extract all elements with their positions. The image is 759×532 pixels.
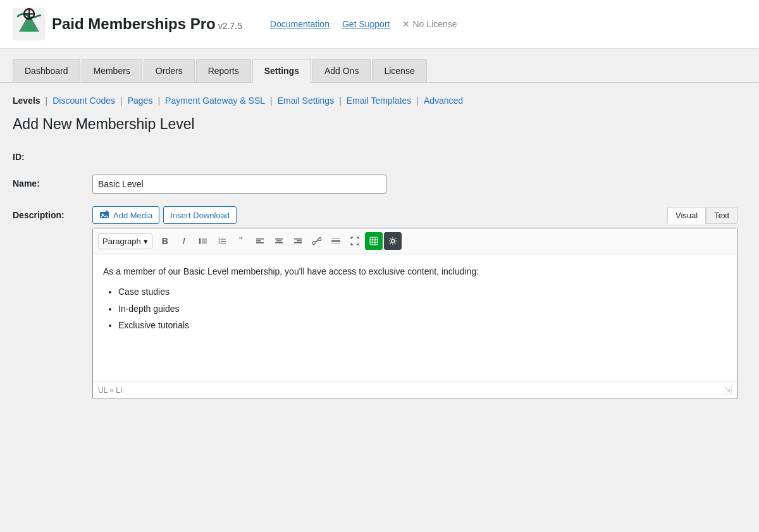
description-label: Description:	[13, 206, 82, 220]
svg-rect-16	[256, 238, 264, 240]
svg-line-25	[316, 240, 318, 242]
align-right-button[interactable]	[289, 232, 307, 250]
media-icon	[99, 210, 109, 220]
insert-download-button[interactable]: Insert Download	[163, 206, 237, 224]
svg-rect-15	[221, 244, 226, 244]
subnav-advanced[interactable]: Advanced	[424, 96, 463, 106]
view-tabs: Visual Text	[667, 207, 737, 224]
svg-point-6	[199, 240, 201, 242]
app-name: Paid Memberships Pro	[52, 15, 216, 32]
align-left-button[interactable]	[251, 232, 269, 250]
paragraph-select[interactable]: Paragraph ▾	[98, 233, 152, 249]
view-text-tab[interactable]: Text	[706, 207, 737, 224]
list-ol-icon: 1. 2. 3.	[218, 237, 226, 245]
add-media-button[interactable]: Add Media	[92, 206, 159, 224]
svg-rect-17	[256, 240, 261, 242]
description-row: Description: Add Media Inser	[13, 206, 746, 399]
svg-point-34	[391, 240, 394, 243]
tab-members[interactable]: Members	[82, 59, 142, 82]
nav-tabs: Dashboard Members Orders Reports Setting…	[0, 49, 759, 83]
table-icon	[369, 237, 378, 245]
list-item-2: In-depth guides	[118, 302, 727, 316]
app-version: v2.7.5	[218, 21, 242, 31]
tab-reports[interactable]: Reports	[196, 59, 251, 82]
support-link[interactable]: Get Support	[342, 19, 390, 29]
name-field-wrapper	[92, 175, 386, 194]
svg-rect-11	[221, 239, 226, 240]
bold-button[interactable]: B	[156, 232, 174, 250]
documentation-link[interactable]: Documentation	[270, 19, 330, 29]
italic-button[interactable]: I	[175, 232, 193, 250]
subnav-email-settings[interactable]: Email Settings	[278, 96, 334, 106]
list-item-3: Exclusive tutorials	[118, 318, 727, 332]
tab-orders[interactable]: Orders	[144, 59, 195, 82]
horizontal-rule-button[interactable]	[327, 232, 345, 250]
insert-download-label: Insert Download	[170, 211, 230, 220]
logo-text-area: Paid Memberships Pro v2.7.5	[52, 15, 242, 33]
page-title: Add New Membership Level	[13, 116, 746, 133]
settings-button[interactable]	[384, 232, 402, 250]
svg-rect-9	[202, 243, 207, 244]
tab-dashboard[interactable]: Dashboard	[13, 59, 80, 82]
view-visual-tab[interactable]: Visual	[667, 207, 706, 224]
logo-area: Paid Memberships Pro v2.7.5	[13, 8, 242, 40]
svg-rect-28	[331, 244, 340, 244]
svg-point-8	[199, 242, 201, 244]
align-center-icon	[275, 237, 283, 245]
align-left-icon	[256, 237, 264, 245]
svg-rect-13	[221, 241, 226, 242]
format-bar: Paragraph ▾ B I	[93, 228, 737, 254]
editor-footer: UL » LI ⇲	[93, 381, 737, 399]
align-center-button[interactable]	[270, 232, 288, 250]
subnav-discount-codes[interactable]: Discount Codes	[52, 96, 115, 106]
logo-icon	[13, 8, 46, 40]
id-row: ID:	[13, 148, 746, 162]
editor-content[interactable]: As a member of our Basic Level membershi…	[93, 254, 737, 381]
tab-license[interactable]: License	[372, 59, 426, 82]
table-button[interactable]	[365, 232, 383, 250]
svg-rect-27	[331, 238, 340, 238]
tab-settings[interactable]: Settings	[252, 59, 311, 83]
tab-addons[interactable]: Add Ons	[312, 59, 371, 82]
toolbar-buttons-left: Add Media Insert Download	[92, 206, 237, 224]
fullscreen-icon	[350, 237, 359, 245]
fullscreen-button[interactable]	[346, 232, 364, 250]
svg-rect-19	[275, 238, 283, 240]
subnav-levels[interactable]: Levels	[13, 96, 40, 106]
svg-rect-18	[256, 242, 264, 244]
svg-rect-22	[294, 238, 302, 240]
link-button[interactable]	[308, 232, 326, 250]
svg-point-4	[199, 238, 201, 240]
svg-rect-21	[275, 242, 283, 244]
license-status: ✕ No License	[402, 19, 457, 29]
svg-rect-26	[331, 240, 340, 242]
list-item-1: Case studies	[118, 285, 727, 299]
name-row: Name:	[13, 175, 746, 194]
unordered-list-button[interactable]	[194, 232, 212, 250]
subnav-pages[interactable]: Pages	[128, 96, 153, 106]
editor-toolbar-top: Add Media Insert Download Visual Text	[92, 206, 737, 224]
add-media-label: Add Media	[113, 211, 152, 220]
name-input[interactable]	[92, 175, 386, 194]
header-links: Documentation Get Support ✕ No License	[270, 19, 457, 29]
blockquote-button[interactable]: “	[232, 232, 250, 250]
resize-handle[interactable]: ⇲	[724, 384, 732, 396]
list-ul-icon	[199, 237, 207, 245]
subnav-email-templates[interactable]: Email Templates	[347, 96, 411, 106]
hr-icon	[331, 237, 340, 245]
header: Paid Memberships Pro v2.7.5 Documentatio…	[0, 0, 759, 49]
svg-rect-5	[202, 239, 207, 240]
svg-rect-7	[202, 241, 207, 242]
path-label: UL » LI	[98, 386, 122, 395]
subnav-payment-gateway[interactable]: Payment Gateway & SSL	[165, 96, 265, 106]
sub-nav: Levels | Discount Codes | Pages | Paymen…	[13, 96, 746, 106]
description-area: Add Media Insert Download Visual Text Pa…	[92, 206, 737, 399]
gear-icon	[388, 237, 397, 245]
svg-rect-23	[297, 240, 302, 242]
id-label: ID:	[13, 148, 82, 162]
editor-list: Case studies In-depth guides Exclusive t…	[118, 285, 727, 332]
svg-text:3.: 3.	[218, 241, 221, 245]
ordered-list-button[interactable]: 1. 2. 3.	[213, 232, 231, 250]
svg-rect-24	[294, 242, 302, 244]
editor-wrapper: Paragraph ▾ B I	[92, 228, 737, 399]
